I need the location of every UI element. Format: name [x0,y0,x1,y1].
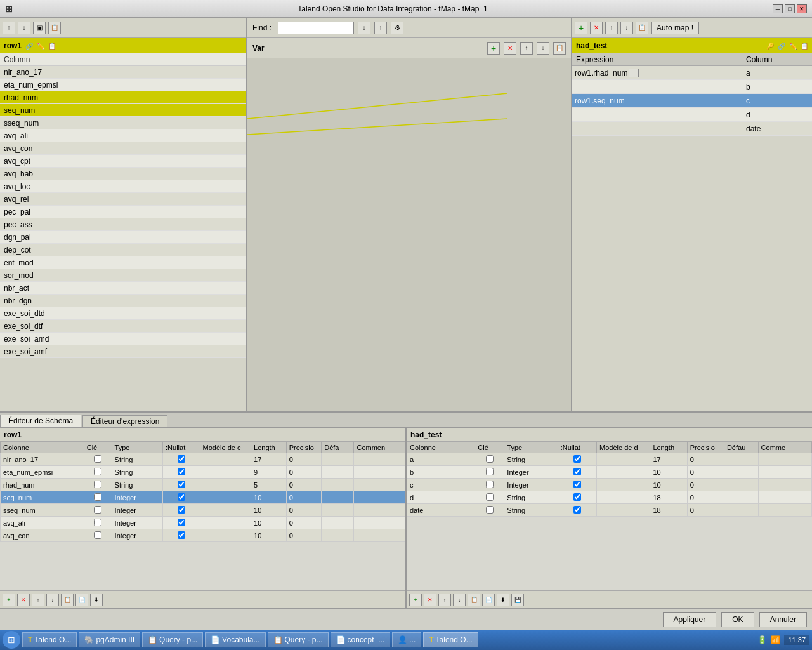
list-item[interactable]: pec_pal [0,206,246,218]
list-item[interactable]: dep_cot [0,244,246,256]
table-row[interactable]: avq_con Integer 10 0 [1,529,405,542]
table-row[interactable]: rhad_num String 5 0 [1,479,405,491]
list-item[interactable]: nbr_dgn [0,295,246,307]
had-schema-import-button[interactable]: ⬇ [497,594,509,606]
output-row[interactable]: b [572,80,812,94]
had-icon3[interactable]: ✏️ [789,43,797,50]
table-row[interactable]: d String 18 0 [407,491,812,504]
row1-icon3[interactable]: 📋 [48,43,56,50]
schema-add-button[interactable]: + [3,594,15,606]
table-row[interactable]: c Integer 10 0 [407,479,812,491]
table-row[interactable]: date String 18 0 [407,504,812,517]
table-row[interactable]: a String 17 0 [407,453,812,466]
tab-schema-editor[interactable]: Éditeur de Schéma [0,415,81,427]
taskbar-item-talend1[interactable]: T Talend O... [22,632,77,647]
list-item[interactable]: avq_rel [0,193,246,206]
output-row[interactable]: date [572,122,812,136]
list-item[interactable]: seq_num [0,104,246,117]
list-item[interactable]: sseq_num [0,117,246,129]
taskbar-item-query2[interactable]: 📋 Query - p... [268,632,329,647]
annuler-button[interactable]: Annuler [759,612,807,627]
had-schema-extra-button[interactable]: 💾 [511,594,524,606]
find-up-button[interactable]: ↑ [374,22,387,34]
had-schema-add-button[interactable]: + [409,594,422,606]
list-item[interactable]: exe_soi_dtd [0,307,246,320]
nav-up-button[interactable]: ↑ [3,22,15,34]
schema-paste-button[interactable]: 📄 [75,594,88,606]
output-delete-button[interactable]: ✕ [590,22,603,34]
taskbar-item-pgadmin[interactable]: 🐘 pgAdmin III [79,632,140,647]
had-icon4[interactable]: 📋 [801,43,808,50]
maximize-button[interactable]: □ [785,4,795,13]
output-row[interactable]: d [572,108,812,122]
list-item[interactable]: exe_soi_amf [0,345,246,358]
taskbar-item-user[interactable]: 👤 ... [392,632,421,647]
list-item[interactable]: nir_ano_17 [0,66,246,79]
schema-import-button[interactable]: ⬇ [90,594,103,606]
list-item[interactable]: rhad_num [0,91,246,104]
var-up-button[interactable]: ↑ [520,42,533,55]
close-button[interactable]: ✕ [797,4,807,13]
start-button[interactable]: ⊞ [3,631,20,649]
had-icon2[interactable]: 🔗 [778,43,785,50]
list-item[interactable]: sor_mod [0,269,246,282]
collapse-button[interactable]: ▣ [33,22,46,34]
list-item[interactable]: exe_soi_dtf [0,320,246,333]
expression-edit-button[interactable]: ... [629,69,639,77]
list-item[interactable]: exe_soi_amd [0,333,246,345]
list-item[interactable]: avq_loc [0,180,246,193]
list-item[interactable]: dgn_pal [0,231,246,244]
var-copy-button[interactable]: 📋 [553,42,566,55]
list-item[interactable]: ent_mod [0,256,246,269]
had-schema-del-button[interactable]: ✕ [424,594,436,606]
taskbar-item-vocab[interactable]: 📄 Vocabula... [205,632,265,647]
list-item[interactable]: eta_num_epmsi [0,79,246,91]
find-down-button[interactable]: ↓ [358,22,370,34]
table-row[interactable]: seq_num Integer 10 0 [1,491,405,504]
settings-button[interactable]: 📋 [48,22,61,34]
list-item[interactable]: nbr_act [0,282,246,295]
list-item[interactable]: pec_ass [0,218,246,231]
minimize-button[interactable]: ─ [773,4,783,13]
output-up-button[interactable]: ↑ [605,22,618,34]
row1-icon1[interactable]: 🔗 [25,43,33,50]
var-down-button[interactable]: ↓ [537,42,549,55]
list-item[interactable]: avq_hab [0,168,246,180]
taskbar-item-talend2[interactable]: T Talend O... [423,632,478,647]
nav-down-button[interactable]: ↓ [18,22,30,34]
output-row[interactable]: row1.seq_num c [572,94,812,108]
var-add-button[interactable]: + [487,42,500,55]
list-item[interactable]: avq_con [0,142,246,155]
output-row[interactable]: row1.rhad_num ... a [572,66,812,80]
output-settings-button[interactable]: 📋 [636,22,648,34]
had-icon1[interactable]: 🔑 [766,43,774,50]
schema-up-button[interactable]: ↑ [32,594,44,606]
find-input[interactable] [278,22,354,34]
had-schema-copy-button[interactable]: 📋 [468,594,480,606]
schema-down-button[interactable]: ↓ [46,594,59,606]
appliquer-button[interactable]: Appliquer [663,612,717,627]
table-row[interactable]: b Integer 10 0 [407,466,812,479]
output-add-button[interactable]: + [575,22,587,34]
taskbar-item-query1[interactable]: 📋 Query - p... [142,632,203,647]
schema-copy-button[interactable]: 📋 [61,594,74,606]
output-down-button[interactable]: ↓ [620,22,633,34]
table-row[interactable]: avq_ali Integer 10 0 [1,517,405,529]
taskbar-item-concept[interactable]: 📄 concept_... [331,632,391,647]
list-item[interactable]: avq_cpt [0,155,246,168]
var-delete-button[interactable]: ✕ [504,42,516,55]
ok-button[interactable]: OK [721,612,754,627]
had-schema-up-button[interactable]: ↑ [438,594,451,606]
schema-del-button[interactable]: ✕ [17,594,30,606]
list-item[interactable]: avq_ali [0,129,246,142]
had-schema-down-button[interactable]: ↓ [453,594,466,606]
table-row[interactable]: sseq_num Integer 10 0 [1,504,405,517]
tab-expression-editor[interactable]: Éditeur d'expression [82,415,167,427]
table-row[interactable]: eta_num_epmsi String 9 0 [1,466,405,479]
had-schema-paste-button[interactable]: 📄 [482,594,495,606]
row1-icon2[interactable]: ✏️ [37,43,44,50]
table-row[interactable]: nir_ano_17 String 17 0 [1,453,405,466]
automap-button[interactable]: Auto map ! [651,22,699,34]
battery-icon: 🔋 [757,635,767,644]
find-options-button[interactable]: ⚙ [391,22,403,34]
